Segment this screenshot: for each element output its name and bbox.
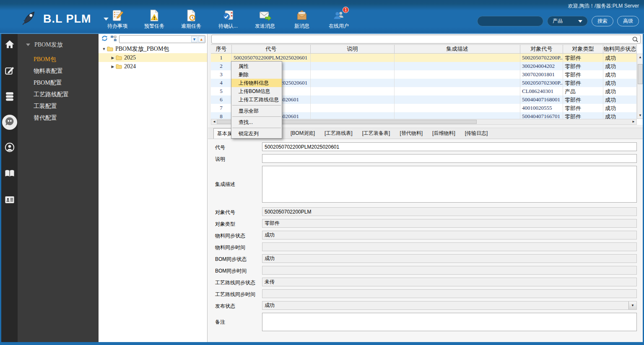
toolbar-item-label: 在线用户 — [329, 23, 349, 29]
column-header-desc[interactable]: 说明 — [311, 45, 395, 53]
context-menu: 属性 删除 上传物料信息 上传BOM信息 上传工艺路线信息 显示全部 查找...… — [231, 61, 282, 139]
tab-transfer-log[interactable]: [传输日志] — [465, 128, 488, 139]
field-label: BOM同步状态 — [215, 254, 262, 263]
sidebar-item-book[interactable] — [4, 168, 16, 180]
column-header-integration[interactable]: 集成描述 — [395, 45, 520, 53]
app-logo[interactable]: B.L PLM — [21, 10, 109, 28]
caret-right-icon[interactable]: ▶ — [110, 56, 116, 60]
menu-item-upload-bom-info[interactable]: 上传BOM信息 — [231, 87, 282, 95]
tab-process-equipment-table[interactable]: [工艺装备表] — [362, 128, 390, 139]
bom-sync-status-field — [262, 254, 637, 263]
chevron-down-icon — [26, 44, 30, 46]
tree-node-2024[interactable]: ▶ 2024 — [99, 62, 207, 71]
toolbar-item-overdue-tasks[interactable]: 逾期任务 — [178, 9, 205, 30]
sidebar-item-chat[interactable] — [2, 115, 17, 130]
form-row-route-sync-status: 工艺路线同步状态 — [215, 278, 637, 286]
integration-desc-field[interactable] — [262, 166, 637, 203]
column-header-code[interactable]: 代号 — [232, 45, 311, 53]
tab-basic-properties[interactable]: 基本属性 — [213, 128, 233, 139]
caret-down-icon[interactable]: ▼ — [101, 47, 107, 51]
menu-separator — [232, 116, 281, 117]
vertical-scroll-thumb[interactable] — [638, 64, 643, 84]
menu-item-properties[interactable]: 属性 — [231, 62, 282, 70]
toolbar-item-online-users[interactable]: 1 在线用户 — [325, 9, 352, 30]
remark-field[interactable] — [262, 313, 637, 331]
global-search-input[interactable] — [477, 16, 543, 26]
column-header-object-type[interactable]: 对象类型 — [563, 45, 603, 53]
menu-item-upload-route-info[interactable]: 上传工艺路线信息 — [231, 95, 282, 104]
form-row-object-code: 对象代号 — [215, 207, 637, 216]
caret-right-icon[interactable]: ▶ — [110, 64, 116, 69]
desc-field[interactable] — [262, 154, 637, 163]
send-message-icon — [252, 9, 278, 22]
toolbar-item-warning-tasks[interactable]: 预警任务 — [141, 9, 168, 30]
field-label: 物料同步状态 — [215, 231, 262, 239]
column-header-material-sync[interactable]: 物料同步状态 — [603, 45, 637, 53]
form-row-remark: 备注 — [215, 313, 637, 333]
code-field[interactable] — [262, 142, 637, 151]
module-menu-header[interactable]: PBOM发放 — [18, 34, 99, 54]
tab-bom-browse[interactable]: [BOM浏览] — [291, 128, 315, 139]
toolbar-item-pending-confirm[interactable]: 待确认... — [215, 9, 242, 30]
folder-tree: ▼ PBOM发放_PBOM包 ▶ 2025 ▶ 2024 — [99, 44, 207, 71]
cell-code: 5002050702200PLM2025020601 — [232, 54, 311, 62]
route-sync-status-field — [262, 278, 637, 286]
release-status-select[interactable] — [262, 301, 637, 310]
toolbar-item-new-message[interactable]: 新消息 — [288, 9, 315, 30]
table-row[interactable]: 1 5002050702200PLM2025020601 50020507022… — [211, 54, 637, 62]
scroll-down-icon[interactable]: ▼ — [637, 112, 643, 118]
toolbar-item-label: 新消息 — [294, 23, 309, 29]
tab-process-route-table[interactable]: [工艺路线表] — [325, 128, 353, 139]
table-filter-input[interactable] — [214, 36, 628, 43]
menu-item-lock-left-column[interactable]: 锁定左列 — [231, 129, 282, 138]
advanced-search-button[interactable]: 高级 — [617, 16, 639, 26]
tab-substitute-material[interactable]: [替代物料] — [400, 128, 423, 139]
menu-item-show-all[interactable]: 显示全部 — [231, 107, 282, 115]
search-icon[interactable] — [632, 36, 639, 44]
column-header-object-code[interactable]: 对象代号 — [520, 45, 563, 53]
refresh-icon[interactable] — [101, 35, 108, 44]
database-icon — [4, 91, 15, 103]
column-header-seq[interactable]: 序号 — [211, 45, 232, 53]
sidebar-item-pbom-config[interactable]: PBOM配置 — [18, 77, 99, 89]
object-type-field — [262, 219, 637, 228]
table-filter-box — [211, 35, 641, 44]
sidebar-item-substitute-config[interactable]: 替代配置 — [18, 112, 99, 124]
cell-object-code: 5002050702200P... — [520, 54, 563, 62]
sidebar-item-edit[interactable] — [4, 65, 16, 77]
tree-node-root[interactable]: ▼ PBOM发放_PBOM包 — [99, 44, 207, 53]
sidebar-item-member[interactable] — [4, 142, 16, 154]
confirm-pending-icon — [215, 9, 242, 22]
tree-node-2025[interactable]: ▶ 2025 — [99, 53, 207, 62]
sidebar-item-pbom-package[interactable]: PBOM包 — [18, 54, 99, 65]
sidebar-item-material-table-config[interactable]: 物料表配置 — [18, 65, 99, 77]
sidebar-item-database[interactable] — [4, 91, 16, 103]
scroll-left-icon[interactable]: ◄ — [211, 119, 217, 124]
cell-desc — [311, 70, 395, 79]
tab-successor-material[interactable]: [后维物料] — [432, 128, 455, 139]
search-category-select[interactable]: 产品 — [547, 16, 588, 26]
hierarchy-icon[interactable] — [110, 35, 117, 44]
toolbar-item-todo[interactable]: 待办事项 — [104, 9, 131, 30]
menu-item-upload-material-info[interactable]: 上传物料信息 — [231, 79, 282, 87]
sidebar-item-home[interactable] — [4, 39, 16, 51]
menu-item-delete[interactable]: 删除 — [231, 70, 282, 79]
menu-item-find[interactable]: 查找... — [231, 118, 282, 126]
scroll-right-icon[interactable]: ► — [631, 119, 636, 124]
form-row-bom-sync-time: BOM同步时间 — [215, 266, 637, 275]
sidebar-item-tooling-config[interactable]: 工装配置 — [18, 100, 99, 112]
cell-seq: 4 — [211, 79, 232, 87]
menu-separator — [232, 105, 281, 106]
sidebar-item-contacts[interactable] — [4, 195, 16, 206]
tree-search-input[interactable] — [120, 36, 191, 42]
cell-seq: 3 — [211, 70, 232, 79]
scroll-up-icon[interactable]: ▲ — [637, 54, 643, 60]
find-next-icon[interactable]: ▼ — [191, 36, 197, 42]
sidebar-item-process-route-config[interactable]: 工艺路线配置 — [18, 89, 99, 100]
search-button[interactable]: 搜索 — [592, 16, 613, 26]
toolbar-item-send-message[interactable]: 发送消息 — [252, 9, 278, 30]
cell-desc — [311, 95, 395, 104]
chevron-down-icon[interactable]: ▼ — [628, 301, 636, 309]
cell-desc — [311, 112, 395, 119]
find-previous-icon[interactable]: ▲ — [198, 36, 205, 42]
